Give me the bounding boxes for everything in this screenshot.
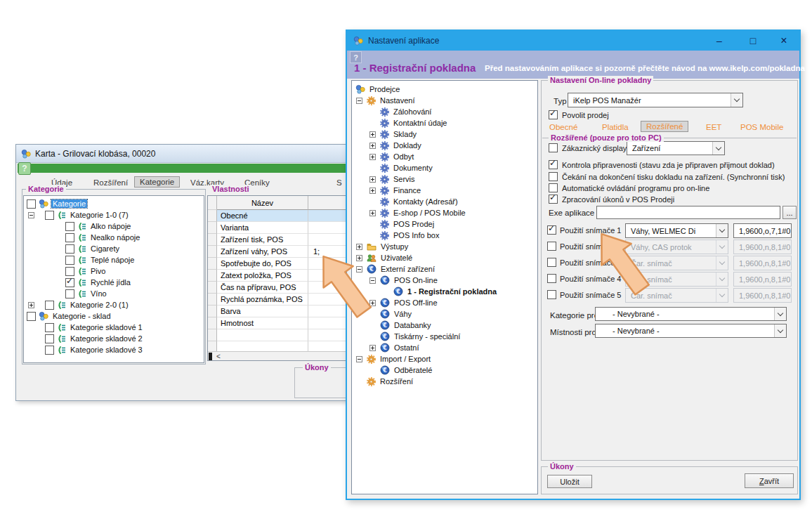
tree-checkbox[interactable] <box>45 211 54 220</box>
tab-s[interactable]: S <box>336 178 342 187</box>
kategorie-tree-item[interactable]: Kategorie skladové 1 <box>24 322 204 333</box>
snimac-checkbox[interactable] <box>547 258 556 267</box>
kategorie-tree-item[interactable]: Nealko nápoje <box>24 232 204 243</box>
tab-platidla[interactable]: Platidla <box>602 123 629 131</box>
kategorie-tree-item[interactable]: Kategorie - sklad <box>24 310 204 322</box>
expand-plus-icon[interactable] <box>369 188 376 194</box>
table-row[interactable]: Hmotnost <box>208 317 350 329</box>
horizontal-scrollbar[interactable]: < <box>208 351 350 360</box>
row-header-cell[interactable] <box>208 270 217 282</box>
nav-tree-item[interactable]: Nastavení <box>352 95 537 106</box>
nav-tree-item[interactable]: Rozšíření <box>352 376 537 387</box>
row-header-cell[interactable] <box>208 210 217 222</box>
snimac-device-dropdown[interactable]: Váhy, WELMEC Di <box>625 223 728 238</box>
table-row[interactable]: Obecné <box>208 210 350 222</box>
option-checkbox[interactable] <box>549 183 558 192</box>
option-checkbox[interactable] <box>549 143 558 152</box>
nav-tree-item[interactable]: €Externí zařízení <box>352 263 537 275</box>
nav-tree-item[interactable]: €Odběratelé <box>352 365 537 376</box>
tree-checkbox[interactable] <box>65 222 74 231</box>
row-header-cell[interactable] <box>208 317 217 329</box>
row-header-cell[interactable] <box>208 246 217 258</box>
nav-tree-item[interactable]: €Váhy <box>352 308 537 320</box>
expand-plus-icon[interactable] <box>369 345 376 351</box>
tree-checkbox[interactable] <box>45 346 54 355</box>
nav-tree-item[interactable]: Kontaktní údaje <box>352 117 537 129</box>
kategorie-tree-item[interactable]: ✓Rychlé jídla <box>24 277 204 288</box>
collapse-minus-icon[interactable] <box>356 98 362 104</box>
expand-plus-icon[interactable] <box>356 255 362 261</box>
nav-tree-item[interactable]: Doklady <box>352 140 537 151</box>
close-icon[interactable]: × <box>770 31 798 51</box>
chevron-down-icon[interactable] <box>774 324 786 337</box>
scroll-left-button[interactable]: < <box>214 352 223 360</box>
expand-plus-icon[interactable] <box>369 210 376 216</box>
help-button[interactable]: ? <box>18 162 31 175</box>
expand-plus-icon[interactable] <box>356 244 362 250</box>
tab-obecn-[interactable]: Obecné <box>549 123 577 131</box>
kategorie-tree-item[interactable]: Kategorie 2-0 (1) <box>24 299 204 310</box>
row-header-cell[interactable] <box>208 294 217 306</box>
kategorie-tree-item[interactable]: Kategorie skladové 3 <box>24 344 204 355</box>
property-value-cell[interactable] <box>308 234 350 246</box>
expand-plus-icon[interactable] <box>28 302 34 308</box>
tree-checkbox[interactable] <box>27 199 36 209</box>
nav-tree-item[interactable]: Odbyt <box>352 151 537 162</box>
row-header-cell[interactable] <box>208 234 217 246</box>
kategorie-tree-item[interactable]: Alko nápoje <box>24 221 204 232</box>
nav-tree-item[interactable]: E-shop / POS Mobile <box>352 207 537 218</box>
nav-tree-item[interactable]: Uživatelé <box>352 252 537 263</box>
help-button[interactable]: ? <box>350 51 362 63</box>
chevron-down-icon[interactable] <box>774 308 786 320</box>
kategorie-tree-item[interactable]: Víno <box>24 288 204 299</box>
nav-tree-item[interactable]: Sklady <box>352 129 537 140</box>
tab-roz-en-[interactable]: Rozšíření <box>93 178 128 187</box>
nav-tree-item[interactable]: €POS On-line <box>352 275 537 286</box>
table-row[interactable]: Zařízení tisk, POS <box>208 234 350 246</box>
scrollbar-thumb[interactable] <box>209 353 212 360</box>
tree-checkbox[interactable] <box>65 256 74 265</box>
minimize-button[interactable]: – <box>705 31 733 51</box>
table-row[interactable]: Barva <box>208 306 350 317</box>
zakaznicky-display-dropdown[interactable]: Zařízení <box>627 141 725 155</box>
table-row[interactable]: Varianta <box>208 222 350 234</box>
tree-checkbox[interactable] <box>65 244 74 254</box>
tree-checkbox[interactable] <box>65 267 74 276</box>
kategorie-tree-item[interactable]: Teplé nápoje <box>24 254 204 265</box>
nav-tree-item[interactable]: €Ostatní <box>352 342 537 353</box>
chevron-down-icon[interactable] <box>716 224 728 237</box>
snimac-checkbox[interactable] <box>547 274 556 283</box>
kategorie-tree-item[interactable]: Kategorie skladové 2 <box>24 333 204 344</box>
exe-aplikace-field[interactable] <box>596 206 780 219</box>
maximize-button[interactable]: □ <box>739 31 767 51</box>
nav-tree-item[interactable]: Dokumenty <box>352 162 537 173</box>
nav-tree-item[interactable]: POS Info box <box>352 230 537 241</box>
property-value-cell[interactable] <box>308 222 350 234</box>
nav-tree-item[interactable]: Finance <box>352 185 537 196</box>
nav-tree-item[interactable]: Prodejce <box>352 84 537 95</box>
nav-tree-item[interactable]: Servis <box>352 173 537 185</box>
expand-plus-icon[interactable] <box>369 143 376 149</box>
kategorie-tree-item[interactable]: Cigarety <box>24 243 204 254</box>
nav-tree-item[interactable]: €Databanky <box>352 320 537 331</box>
chevron-down-icon[interactable] <box>712 142 724 155</box>
option-checkbox[interactable] <box>549 172 558 181</box>
tree-checkbox[interactable] <box>45 323 54 332</box>
expand-plus-icon[interactable] <box>369 131 376 138</box>
expand-plus-icon[interactable] <box>369 176 376 183</box>
typ-dropdown[interactable]: iKelp POS Manažér <box>568 93 743 107</box>
row-header-cell[interactable] <box>208 282 217 294</box>
close-window-button[interactable]: Zavřít <box>745 473 794 488</box>
kategorie-prodej-dropdown[interactable]: - Nevybrané - <box>595 307 787 321</box>
expand-plus-icon[interactable] <box>369 154 376 160</box>
exe-browse-button[interactable]: ... <box>782 206 797 219</box>
snimac-checkbox[interactable] <box>547 242 556 251</box>
tree-checkbox[interactable] <box>65 289 74 298</box>
card-window-titlebar[interactable]: Karta - Grilovací klobása, 00020 <box>16 145 351 163</box>
mistnosti-prodej-dropdown[interactable]: - Nevybrané - <box>595 324 787 338</box>
snimac-checkbox[interactable]: ✓ <box>547 225 556 235</box>
row-header-cell[interactable] <box>208 258 217 270</box>
option-checkbox[interactable]: ✓ <box>549 195 558 204</box>
nav-tree-item[interactable]: €Tiskárny - speciální <box>352 331 537 342</box>
save-button[interactable]: Uložit <box>547 475 592 488</box>
